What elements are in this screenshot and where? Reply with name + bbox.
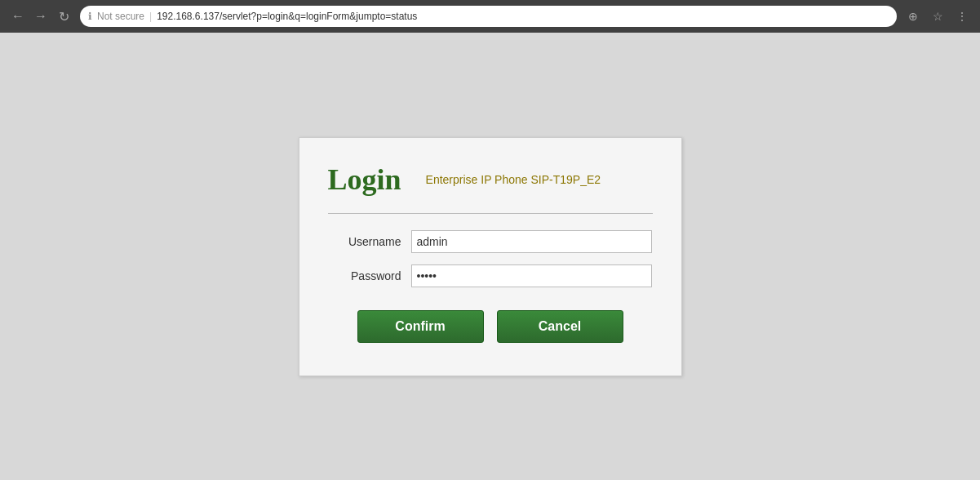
page-content: Login Enterprise IP Phone SIP-T19P_E2 Us…	[0, 33, 980, 480]
security-icon: ℹ	[88, 11, 92, 22]
username-group: Username	[328, 230, 653, 253]
nav-buttons: ← → ↻	[8, 7, 73, 26]
url-display: 192.168.6.137/servlet?p=login&q=loginFor…	[157, 11, 889, 22]
bookmark-button[interactable]: ☆	[928, 7, 947, 26]
login-title: Login	[328, 162, 401, 197]
browser-actions: ⊕ ☆ ⋮	[903, 7, 972, 26]
card-header: Login Enterprise IP Phone SIP-T19P_E2	[328, 162, 653, 197]
refresh-button[interactable]: ↻	[54, 7, 73, 26]
password-label: Password	[328, 269, 401, 282]
button-group: Confirm Cancel	[328, 310, 653, 343]
zoom-button[interactable]: ⊕	[903, 7, 923, 26]
address-bar[interactable]: ℹ Not secure | 192.168.6.137/servlet?p=l…	[80, 6, 897, 27]
password-group: Password	[328, 264, 653, 287]
password-input[interactable]	[411, 264, 652, 287]
confirm-button[interactable]: Confirm	[357, 310, 484, 343]
browser-chrome: ← → ↻ ℹ Not secure | 192.168.6.137/servl…	[0, 0, 980, 33]
cancel-button[interactable]: Cancel	[497, 310, 623, 343]
forward-button[interactable]: →	[31, 7, 51, 26]
username-label: Username	[328, 235, 401, 248]
back-button[interactable]: ←	[8, 7, 28, 26]
menu-button[interactable]: ⋮	[952, 7, 972, 26]
not-secure-label: Not secure	[97, 11, 144, 22]
username-input[interactable]	[411, 230, 652, 253]
login-card: Login Enterprise IP Phone SIP-T19P_E2 Us…	[299, 137, 682, 376]
url-separator: |	[149, 11, 152, 22]
device-name: Enterprise IP Phone SIP-T19P_E2	[426, 173, 601, 186]
header-divider	[328, 213, 653, 214]
